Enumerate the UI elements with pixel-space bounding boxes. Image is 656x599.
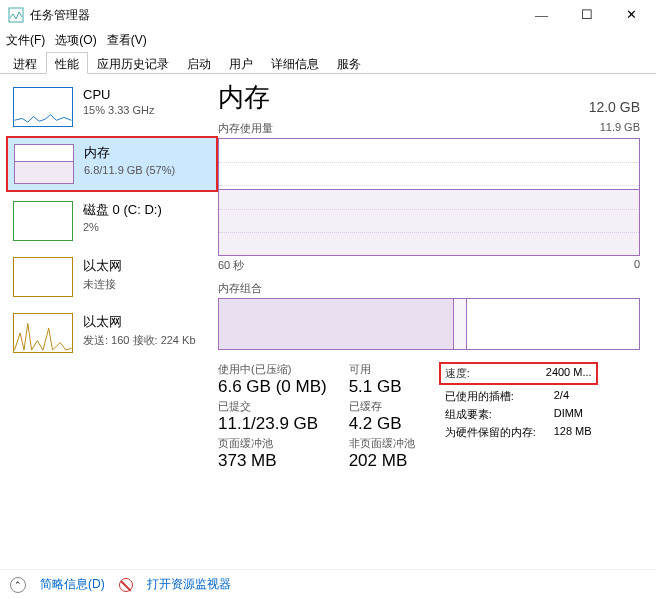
spec-slots-val: 2/4: [554, 389, 592, 404]
sidebar-net0-title: 以太网: [83, 257, 211, 275]
sidebar-disk-title: 磁盘 0 (C: D:): [83, 201, 211, 219]
window-title: 任务管理器: [30, 7, 519, 24]
net0-thumb: [13, 257, 73, 297]
page-title: 内存: [218, 80, 270, 115]
menu-view[interactable]: 查看(V): [107, 32, 147, 49]
usage-chart-max: 11.9 GB: [600, 121, 640, 136]
stat-commit-lbl: 已提交: [218, 399, 327, 414]
spec-form-val: DIMM: [554, 407, 592, 422]
menu-options[interactable]: 选项(O): [55, 32, 96, 49]
stats-left: 使用中(已压缩)6.6 GB (0 MB) 可用5.1 GB 已提交11.1/2…: [218, 362, 415, 471]
stat-paged-lbl: 页面缓冲池: [218, 436, 327, 451]
tab-services[interactable]: 服务: [328, 52, 370, 73]
minimize-button[interactable]: —: [519, 1, 564, 29]
usage-axis-left: 60 秒: [218, 258, 244, 273]
sidebar-item-cpu[interactable]: CPU 15% 3.33 GHz: [6, 80, 218, 134]
stat-nonpaged-val: 202 MB: [349, 451, 415, 471]
sidebar-cpu-sub: 15% 3.33 GHz: [83, 104, 211, 116]
tab-processes[interactable]: 进程: [4, 52, 46, 73]
cpu-thumb: [13, 87, 73, 127]
tab-details[interactable]: 详细信息: [262, 52, 328, 73]
close-button[interactable]: ✕: [609, 1, 654, 29]
window-titlebar: 任务管理器 — ☐ ✕: [0, 0, 656, 30]
stat-paged-val: 373 MB: [218, 451, 327, 471]
menubar: 文件(F) 选项(O) 查看(V): [0, 30, 656, 50]
sidebar-net0-sub: 未连接: [83, 277, 211, 292]
net1-thumb: [13, 313, 73, 353]
spec-speed-val: 2400 M...: [517, 366, 592, 381]
tabstrip: 进程 性能 应用历史记录 启动 用户 详细信息 服务: [0, 50, 656, 74]
spec-form-lbl: 组成要素:: [445, 407, 536, 422]
stat-nonpaged-lbl: 非页面缓冲池: [349, 436, 415, 451]
chevron-up-icon[interactable]: ⌃: [10, 577, 26, 593]
sidebar-item-memory[interactable]: 内存 6.8/11.9 GB (57%): [6, 136, 218, 192]
stat-avail-lbl: 可用: [349, 362, 415, 377]
sidebar-net1-title: 以太网: [83, 313, 211, 331]
stat-cached-val: 4.2 GB: [349, 414, 415, 434]
perf-sidebar: CPU 15% 3.33 GHz 内存 6.8/11.9 GB (57%) 磁盘…: [0, 74, 218, 569]
stat-inuse-lbl: 使用中(已压缩): [218, 362, 327, 377]
spec-reserved-val: 128 MB: [554, 425, 592, 440]
total-memory: 12.0 GB: [589, 99, 640, 115]
comp-chart-label: 内存组合: [218, 281, 262, 296]
maximize-button[interactable]: ☐: [564, 1, 609, 29]
composition-chart: [218, 298, 640, 350]
spec-slots-lbl: 已使用的插槽:: [445, 389, 536, 404]
tab-users[interactable]: 用户: [220, 52, 262, 73]
spec-highlight: 速度: 2400 M...: [439, 362, 598, 385]
sidebar-item-ethernet0[interactable]: 以太网 未连接: [6, 250, 218, 304]
resmon-icon: [119, 578, 133, 592]
sidebar-net1-sub: 发送: 160 接收: 224 Kb: [83, 333, 211, 348]
sidebar-item-disk[interactable]: 磁盘 0 (C: D:) 2%: [6, 194, 218, 248]
sidebar-disk-sub: 2%: [83, 221, 211, 233]
tab-startup[interactable]: 启动: [178, 52, 220, 73]
app-icon: [8, 7, 24, 23]
footer: ⌃ 简略信息(D) 打开资源监视器: [0, 569, 656, 599]
stat-avail-val: 5.1 GB: [349, 377, 415, 397]
memory-thumb: [14, 144, 74, 184]
sidebar-cpu-title: CPU: [83, 87, 211, 102]
detail-pane: 内存 12.0 GB 内存使用量 11.9 GB 60 秒 0 内存组合: [218, 74, 656, 569]
usage-axis-right: 0: [634, 258, 640, 273]
sidebar-mem-title: 内存: [84, 144, 210, 162]
spec-reserved-lbl: 为硬件保留的内存:: [445, 425, 536, 440]
usage-chart: [218, 138, 640, 256]
stat-commit-val: 11.1/23.9 GB: [218, 414, 327, 434]
tab-performance[interactable]: 性能: [46, 52, 88, 74]
tab-apphistory[interactable]: 应用历史记录: [88, 52, 178, 73]
menu-file[interactable]: 文件(F): [6, 32, 45, 49]
stat-inuse-val: 6.6 GB (0 MB): [218, 377, 327, 397]
spec-speed-lbl: 速度:: [445, 366, 499, 381]
stat-cached-lbl: 已缓存: [349, 399, 415, 414]
disk-thumb: [13, 201, 73, 241]
brief-info-link[interactable]: 简略信息(D): [40, 576, 105, 593]
open-resmon-link[interactable]: 打开资源监视器: [147, 576, 231, 593]
usage-chart-label: 内存使用量: [218, 121, 273, 136]
sidebar-item-ethernet1[interactable]: 以太网 发送: 160 接收: 224 Kb: [6, 306, 218, 360]
spec-rest: 已使用的插槽: 2/4 组成要素: DIMM 为硬件保留的内存: 128 MB: [439, 389, 598, 440]
sidebar-mem-sub: 6.8/11.9 GB (57%): [84, 164, 210, 176]
